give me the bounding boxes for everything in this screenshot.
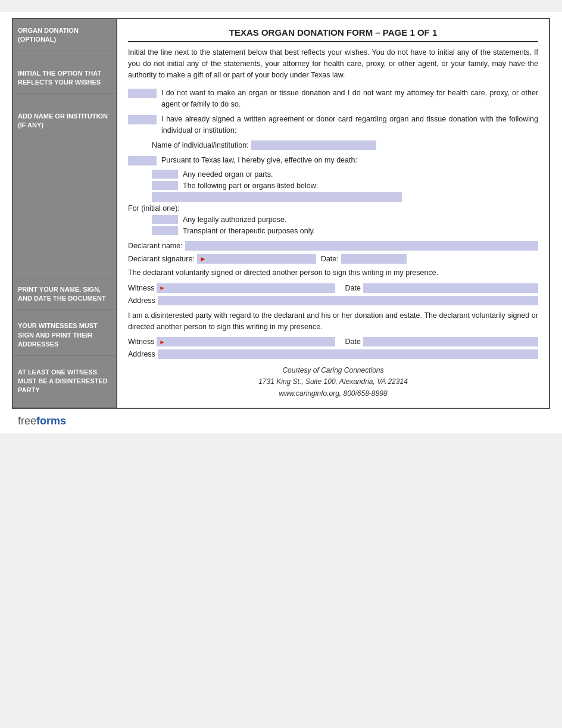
init-field-no-donation[interactable] [128, 89, 157, 98]
sub-option-transplant-text: Transplant or therapeutic purposes only. [183, 227, 315, 235]
witness-1-address-row: Address [128, 296, 538, 305]
document-body: ORGAN DONATION (OPTIONAL) INITIAL THE OP… [12, 18, 550, 409]
witness-2-label: Witness [128, 338, 154, 346]
declarant-sig-label: Declarant signature: [128, 255, 195, 263]
init-field-any-organ[interactable] [152, 170, 178, 179]
sub-option-following-parts: The following part or organs listed belo… [152, 181, 538, 190]
init-field-following-parts[interactable] [152, 181, 178, 190]
witness-1-row: Witness ► Date [128, 283, 538, 293]
sub-options-purpose: Any legally authorized purpose. Transpla… [152, 215, 538, 235]
witness-2-address-row: Address [128, 349, 538, 359]
sub-option-any-legal-text: Any legally authorized purpose. [183, 215, 286, 224]
sub-option-any-legal: Any legally authorized purpose. [152, 215, 538, 224]
witness-2-field[interactable]: ► [157, 337, 335, 346]
content-area: TEXAS ORGAN DONATION FORM – PAGE 1 OF 1 … [117, 19, 549, 408]
sidebar-section-organ-donation: ORGAN DONATION (OPTIONAL) [13, 19, 116, 51]
witness-2-date-label: Date [345, 338, 360, 346]
sidebar-section-print-sign: PRINT YOUR NAME, SIGN, AND DATE THE DOCU… [13, 279, 116, 310]
footer-line3: www.caringinfo.org, 800/658-8898 [128, 388, 538, 399]
sig-arrow-icon: ► [199, 255, 207, 263]
option-no-donation-text: I do not want to make an organ or tissue… [161, 88, 538, 110]
witness-2-address-label: Address [128, 350, 155, 358]
witness-1-arrow-icon: ► [159, 285, 165, 291]
sub-option-following-parts-text: The following part or organs listed belo… [183, 182, 318, 190]
option-written-agreement-text: I have already signed a written agreemen… [161, 114, 538, 136]
witness-1-section: Witness ► Date Address [128, 283, 538, 305]
declarant-name-label: Declarant name: [128, 242, 183, 250]
sub-option-transplant: Transplant or therapeutic purposes only. [152, 226, 538, 235]
declarant-name-row: Declarant name: [128, 241, 538, 251]
witness-2-arrow-icon: ► [159, 339, 165, 345]
init-field-pursuant[interactable] [128, 156, 157, 165]
footer-line2: 1731 King St., Suite 100, Alexandria, VA… [128, 376, 538, 388]
following-parts-field[interactable] [152, 192, 402, 202]
footer-courtesy: Courtesy of Caring Connections 1731 King… [128, 365, 538, 399]
witness-1-address-label: Address [128, 296, 155, 305]
option-pursuant: Pursuant to Texas law, I hereby give, ef… [128, 155, 538, 166]
init-field-transplant[interactable] [152, 226, 178, 235]
sub-option-any-organ: Any needed organ or parts. [152, 170, 538, 179]
option-no-donation: I do not want to make an organ or tissue… [128, 88, 538, 110]
footer-line1: Courtesy of Caring Connections [128, 365, 538, 376]
name-institution-label: Name of individual/institution: [152, 141, 249, 149]
intro-text: Initial the line next to the statement b… [128, 47, 538, 80]
freeforms-logo: freeforms [18, 415, 66, 427]
option-written-agreement: I have already signed a written agreemen… [128, 114, 538, 136]
for-initial-label: For (initial one): [128, 204, 538, 213]
free-label: free [18, 415, 36, 427]
declarant-sig-field[interactable]: ► [197, 254, 316, 264]
witness-1-date-label: Date [345, 284, 360, 292]
page-footer: freeforms [0, 409, 562, 433]
forms-label: forms [36, 415, 66, 427]
witness-1-field[interactable]: ► [157, 283, 335, 293]
sidebar-section-add-name: ADD NAME OR INSTITUTION (IF ANY) [13, 94, 116, 137]
page-wrapper: ORGAN DONATION (OPTIONAL) INITIAL THE OP… [0, 12, 562, 433]
witness-1-address-field[interactable] [158, 296, 538, 305]
declarant-sig-row: Declarant signature: ► Date: [128, 254, 538, 264]
witness-2-row: Witness ► Date [128, 337, 538, 346]
sub-option-any-organ-text: Any needed organ or parts. [183, 170, 273, 179]
name-institution-field[interactable] [251, 140, 376, 150]
witness-2-date-field[interactable] [363, 337, 538, 346]
form-title: TEXAS ORGAN DONATION FORM – PAGE 1 OF 1 [128, 27, 538, 42]
name-institution-row: Name of individual/institution: [152, 140, 538, 150]
sidebar-section-witnesses: YOUR WITNESSES MUST SIGN AND PRINT THEIR… [13, 310, 116, 355]
init-field-written-agreement[interactable] [128, 115, 157, 124]
declarant-name-field[interactable] [185, 241, 538, 251]
sidebar-section-initial-option: INITIAL THE OPTION THAT REFLECTS YOUR WI… [13, 51, 116, 94]
witness-2-address-field[interactable] [158, 349, 538, 359]
sub-options-give: Any needed organ or parts. The following… [152, 170, 538, 190]
declarant-date-field[interactable] [341, 254, 407, 264]
option-pursuant-text: Pursuant to Texas law, I hereby give, ef… [161, 155, 538, 166]
date-label: Date: [321, 255, 339, 263]
disinterested-text: I am a disinterested party with regard t… [128, 310, 538, 333]
witness-1-date-field[interactable] [363, 283, 538, 293]
declarant-voluntarily-text: The declarant voluntarily signed or dire… [128, 267, 538, 279]
init-field-any-legal[interactable] [152, 215, 178, 224]
sidebar-section-disinterested: AT LEAST ONE WITNESS MUST BE A DISINTERE… [13, 356, 116, 408]
witness-2-section: Witness ► Date Address [128, 337, 538, 359]
sidebar-spacer [13, 136, 116, 279]
witness-1-label: Witness [128, 284, 154, 292]
sidebar: ORGAN DONATION (OPTIONAL) INITIAL THE OP… [13, 19, 117, 408]
